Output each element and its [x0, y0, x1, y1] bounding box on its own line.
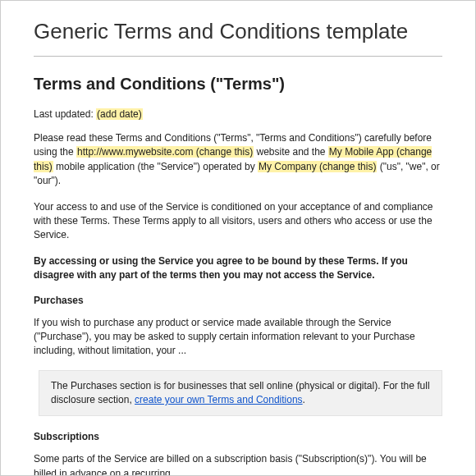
last-updated: Last updated: (add date) — [34, 108, 442, 120]
doc-heading: Terms and Conditions ("Terms") — [34, 75, 442, 94]
note-text: . — [303, 394, 305, 405]
subscriptions-title: Subscriptions — [34, 431, 442, 442]
purchases-title: Purchases — [34, 295, 442, 306]
intro-paragraph-3: By accessing or using the Service you ag… — [34, 254, 442, 283]
company-name-placeholder: My Company (change this) — [258, 161, 377, 172]
page-title: Generic Terms and Conditions template — [34, 19, 442, 57]
last-updated-label: Last updated: — [34, 108, 96, 120]
website-url-placeholder: http://www.mywebsite.com (change this) — [76, 146, 254, 158]
last-updated-value: (add date) — [96, 108, 143, 120]
intro-text: website and the — [254, 146, 328, 158]
subscriptions-text: Some parts of the Service are billed on … — [34, 452, 442, 476]
create-terms-link[interactable]: create your own Terms and Conditions — [135, 394, 303, 405]
purchases-text: If you wish to purchase any product or s… — [34, 316, 442, 359]
intro-paragraph-1: Please read these Terms and Conditions (… — [34, 131, 442, 189]
purchases-note: The Purchases section is for businesses … — [39, 370, 442, 417]
intro-text: mobile application (the "Service") opera… — [53, 161, 258, 172]
intro-paragraph-2: Your access to and use of the Service is… — [34, 200, 442, 243]
